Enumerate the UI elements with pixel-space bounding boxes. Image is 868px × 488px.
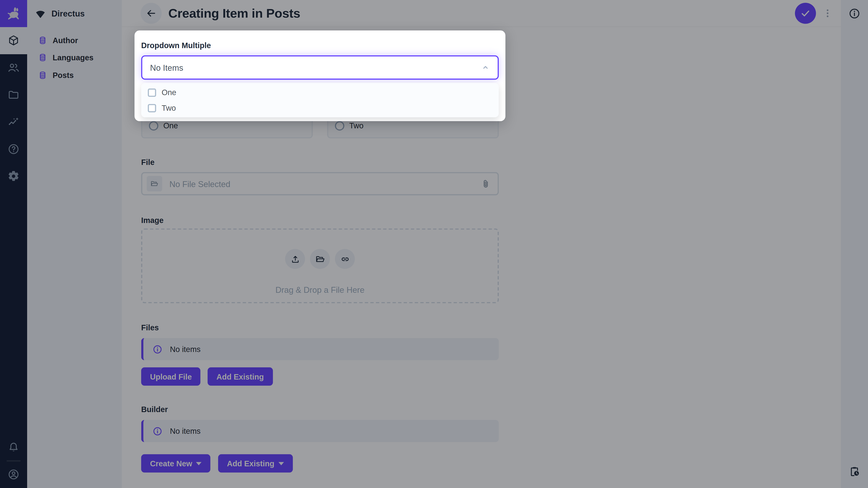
option-label: One xyxy=(162,88,176,97)
checkbox-icon[interactable] xyxy=(148,104,156,112)
dropdown-value: No Items xyxy=(150,63,480,72)
chevron-up-icon xyxy=(480,62,491,73)
dropdown-option-one[interactable]: One xyxy=(141,85,499,100)
dropdown-option-two[interactable]: Two xyxy=(141,100,499,116)
checkbox-icon[interactable] xyxy=(148,88,156,97)
dropdown-select[interactable]: No Items xyxy=(141,55,499,80)
directus-app: Directus Author Languages Posts xyxy=(0,0,868,488)
dropdown-field-label: Dropdown Multiple xyxy=(141,41,211,50)
dropdown-multiple-panel: Dropdown Multiple No Items One Two xyxy=(134,31,505,121)
option-label: Two xyxy=(162,103,176,112)
dropdown-menu: One Two xyxy=(141,83,499,117)
